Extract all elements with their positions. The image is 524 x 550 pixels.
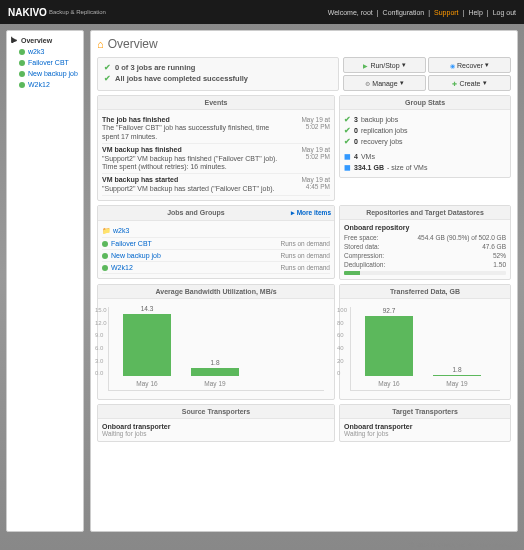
chart-bar: 14.3May 16 bbox=[123, 314, 171, 376]
events-title: Events bbox=[98, 96, 334, 110]
run-stop-button[interactable]: Run/Stop ▾ bbox=[343, 57, 426, 73]
sidebar-item[interactable]: New backup job bbox=[11, 68, 79, 79]
sidebar-item[interactable]: w2k3 bbox=[11, 46, 79, 57]
sidebar-item[interactable]: Failover CBT bbox=[11, 57, 79, 68]
status-box: ✔0 of 3 jobs are running ✔All jobs have … bbox=[97, 57, 339, 91]
jobs-title: Jobs and Groups▸ More items bbox=[98, 206, 334, 221]
welcome-text: Welcome, root bbox=[328, 9, 373, 16]
group-stats-card: Group Stats ✔3backup jobs ✔0replication … bbox=[339, 95, 511, 178]
repo-usage-bar bbox=[344, 271, 506, 275]
cube-icon: ◼ bbox=[344, 152, 351, 161]
event-row: VM backup has finished"Support2" VM back… bbox=[102, 144, 330, 174]
home-icon: ⌂ bbox=[97, 38, 104, 50]
chart-bar: 1.8May 19 bbox=[433, 375, 481, 376]
repos-card: Repositories and Target Datastores Onboa… bbox=[339, 205, 511, 280]
action-buttons: Run/Stop ▾ Recover ▾ Manage ▾ Create ▾ bbox=[343, 57, 511, 91]
sidebar-item[interactable]: W2k12 bbox=[11, 79, 79, 90]
check-icon: ✔ bbox=[344, 137, 351, 146]
page-title: ⌂ Overview bbox=[97, 37, 511, 51]
brand-subtitle: Backup & Replication bbox=[49, 9, 106, 15]
job-row[interactable]: W2k12Runs on demand bbox=[102, 262, 330, 274]
status-dot-icon bbox=[19, 49, 25, 55]
repo-name[interactable]: Onboard repository bbox=[344, 224, 506, 231]
chart-bar: 1.8May 19 bbox=[191, 368, 239, 376]
repo-stat-row: Free space:454.4 GB (90.5%) of 502.0 GB bbox=[344, 233, 506, 242]
sidebar-overview[interactable]: ⯈ Overview bbox=[11, 35, 79, 46]
source-transporters-card: Source Transporters Onboard transporterW… bbox=[97, 404, 335, 442]
footer-copyright: © 2014 NAKIVO, Inc. All rights reserved bbox=[410, 542, 516, 548]
source-trans-title: Source Transporters bbox=[98, 405, 334, 419]
transferred-chart-card: Transferred Data, GB 10080604020092.7May… bbox=[339, 284, 511, 400]
sidebar-root-label: Overview bbox=[21, 37, 52, 44]
repo-stat-row: Stored data:47.6 GB bbox=[344, 242, 506, 251]
source-trans-status: Waiting for jobs bbox=[102, 430, 330, 437]
top-links: Welcome, root| Configuration| Support| H… bbox=[328, 9, 516, 16]
title-text: Overview bbox=[108, 37, 158, 51]
disk-icon: ◼ bbox=[344, 163, 351, 172]
status-dot-icon bbox=[19, 71, 25, 77]
status-running: 0 of 3 jobs are running bbox=[115, 63, 195, 72]
group-stats-title: Group Stats bbox=[340, 96, 510, 110]
topbar: NAKIVO Backup & Replication Welcome, roo… bbox=[0, 0, 524, 24]
brand-logo: NAKIVO bbox=[8, 7, 47, 18]
nav-support[interactable]: Support bbox=[434, 9, 459, 16]
job-row[interactable]: 📁 w2k3 bbox=[102, 225, 330, 238]
more-items-link[interactable]: ▸ More items bbox=[291, 209, 331, 217]
nav-configuration[interactable]: Configuration bbox=[383, 9, 425, 16]
home-icon: ⯈ bbox=[11, 37, 18, 44]
check-icon: ✔ bbox=[104, 63, 111, 72]
nav-help[interactable]: Help bbox=[468, 9, 482, 16]
repo-stat-row: Deduplication:1.50 bbox=[344, 260, 506, 269]
check-icon: ✔ bbox=[344, 126, 351, 135]
events-card: Events The job has finishedThe "Failover… bbox=[97, 95, 335, 201]
create-button[interactable]: Create ▾ bbox=[428, 75, 511, 91]
main-panel: ⌂ Overview ✔0 of 3 jobs are running ✔All… bbox=[90, 30, 518, 532]
repo-stat-row: Compression:52% bbox=[344, 251, 506, 260]
check-icon: ✔ bbox=[104, 74, 111, 83]
bandwidth-title: Average Bandwidth Utilization, MB/s bbox=[98, 285, 334, 299]
shell: ⯈ Overview w2k3Failover CBTNew backup jo… bbox=[0, 24, 524, 538]
transferred-title: Transferred Data, GB bbox=[340, 285, 510, 299]
jobs-card: Jobs and Groups▸ More items 📁 w2k3 Failo… bbox=[97, 205, 335, 279]
status-dot-icon bbox=[19, 82, 25, 88]
source-trans-name[interactable]: Onboard transporter bbox=[102, 423, 170, 430]
sidebar: ⯈ Overview w2k3Failover CBTNew backup jo… bbox=[6, 30, 84, 532]
chart-bar: 92.7May 16 bbox=[365, 316, 413, 376]
event-row: The job has finishedThe "Failover CBT" j… bbox=[102, 114, 330, 144]
event-row: VM backup has started"Support2" VM backu… bbox=[102, 174, 330, 196]
job-row[interactable]: New backup jobRuns on demand bbox=[102, 250, 330, 262]
manage-button[interactable]: Manage ▾ bbox=[343, 75, 426, 91]
target-trans-status: Waiting for jobs bbox=[344, 430, 506, 437]
bandwidth-chart-card: Average Bandwidth Utilization, MB/s 15.0… bbox=[97, 284, 335, 400]
target-trans-title: Target Transporters bbox=[340, 405, 510, 419]
recover-button[interactable]: Recover ▾ bbox=[428, 57, 511, 73]
job-row[interactable]: Failover CBTRuns on demand bbox=[102, 238, 330, 250]
repos-title: Repositories and Target Datastores bbox=[340, 206, 510, 220]
target-transporters-card: Target Transporters Onboard transporterW… bbox=[339, 404, 511, 442]
status-success: All jobs have completed successfully bbox=[115, 74, 248, 83]
status-dot-icon bbox=[19, 60, 25, 66]
nav-logout[interactable]: Log out bbox=[493, 9, 516, 16]
check-icon: ✔ bbox=[344, 115, 351, 124]
target-trans-name[interactable]: Onboard transporter bbox=[344, 423, 412, 430]
